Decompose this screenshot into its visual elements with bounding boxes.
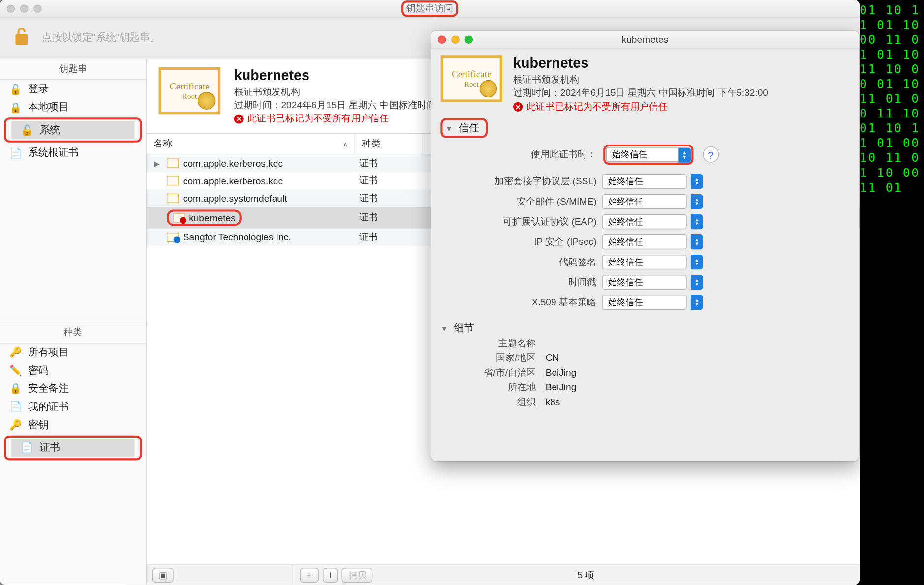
sidebar-category-item[interactable]: 📄证书 bbox=[11, 439, 134, 457]
trust-select-input[interactable] bbox=[602, 234, 686, 249]
row-kind: 证书 bbox=[355, 229, 423, 246]
column-name[interactable]: 名称∧ bbox=[147, 134, 355, 154]
maximize-icon[interactable] bbox=[33, 4, 41, 12]
keychain-icon: 🔓 bbox=[9, 83, 22, 95]
sort-asc-icon: ∧ bbox=[343, 140, 348, 147]
sidebar-item-label: 本地项目 bbox=[28, 101, 68, 114]
category-icon: ✏️ bbox=[9, 364, 22, 377]
select-arrows-icon: ▲▼ bbox=[691, 234, 703, 249]
keychain-icon: 🔒 bbox=[9, 101, 22, 114]
sidebar-item-label: 密钥 bbox=[28, 418, 48, 431]
row-kind: 证书 bbox=[355, 172, 423, 190]
sidebar-item-label: 系统根证书 bbox=[28, 146, 79, 159]
minimize-icon[interactable] bbox=[451, 35, 459, 43]
select-arrows-icon: ▲▼ bbox=[691, 295, 703, 310]
certificate-icon: CertificateRoot bbox=[440, 55, 502, 102]
category-icon: 🔑 bbox=[9, 346, 22, 358]
trust-row-select[interactable]: ▲▼ bbox=[602, 214, 703, 229]
trust-row-select[interactable]: ▲▼ bbox=[602, 194, 703, 209]
subject-heading: 主题名称 bbox=[443, 337, 536, 350]
detail-value: k8s bbox=[546, 397, 850, 409]
window-title-highlight: 钥匙串访问 bbox=[401, 0, 458, 17]
error-icon: ✕ bbox=[513, 102, 523, 112]
use-cert-select-highlight: ▲▼ bbox=[603, 145, 693, 165]
copy-button[interactable]: 拷贝 bbox=[342, 567, 373, 582]
trust-row-select[interactable]: ▲▼ bbox=[602, 295, 703, 310]
trust-select-input[interactable] bbox=[602, 174, 686, 189]
detail-traffic-lights[interactable] bbox=[438, 35, 473, 43]
info-button[interactable]: i bbox=[323, 567, 338, 582]
detail-value: CN bbox=[546, 352, 850, 364]
detail-key: 组织 bbox=[443, 397, 536, 409]
window-titlebar[interactable]: 钥匙串访问 bbox=[0, 0, 860, 18]
detail-cert-error: ✕此证书已标记为不受所有用户信任 bbox=[513, 101, 768, 113]
category-icon: 📄 bbox=[9, 401, 22, 413]
trust-row-label: 安全邮件 (S/MIME) bbox=[449, 196, 597, 208]
detail-cert-subtitle: 根证书颁发机构 bbox=[513, 74, 768, 86]
details-disclosure[interactable]: ▼ 细节 bbox=[440, 319, 849, 337]
select-arrows-icon: ▲▼ bbox=[691, 255, 703, 269]
sidebar-category-item[interactable]: 🔒安全备注 bbox=[0, 380, 146, 398]
sidebar-category-item[interactable]: 🔑密钥 bbox=[0, 415, 146, 434]
select-arrows-icon: ▲▼ bbox=[691, 194, 703, 209]
traffic-lights[interactable] bbox=[7, 4, 42, 12]
trust-select-input[interactable] bbox=[602, 275, 686, 290]
trust-row-select[interactable]: ▲▼ bbox=[602, 275, 703, 290]
certificate-detail-window: kubernetes CertificateRoot kubernetes 根证… bbox=[431, 31, 859, 461]
desktop-matrix-bg: 01 10 11 01 10 00 11 01 01 10 11 10 00 0… bbox=[857, 0, 924, 585]
sidebar-keychain-item[interactable]: 🔓登录 bbox=[0, 80, 146, 98]
sidebar-keychain-item[interactable]: 📄系统根证书 bbox=[0, 144, 146, 162]
row-name: kubernetes bbox=[189, 212, 236, 223]
use-cert-select[interactable]: ▲▼ bbox=[606, 148, 691, 159]
detail-key: 国家/地区 bbox=[443, 352, 536, 364]
trust-row-label: 代码签名 bbox=[449, 256, 597, 268]
trust-row-select[interactable]: ▲▼ bbox=[602, 255, 703, 269]
row-kind: 证书 bbox=[355, 154, 423, 172]
toggle-pane-button[interactable]: ▣ bbox=[152, 567, 174, 582]
lock-icon[interactable] bbox=[13, 26, 30, 50]
sidebar-item-label: 证书 bbox=[40, 441, 60, 454]
trust-row-label: IP 安全 (IPsec) bbox=[449, 236, 597, 248]
category-icon: 📄 bbox=[21, 441, 33, 454]
trust-select-input[interactable] bbox=[602, 214, 686, 229]
error-icon: ✕ bbox=[234, 114, 244, 123]
maximize-icon[interactable] bbox=[465, 35, 473, 43]
trust-row-select[interactable]: ▲▼ bbox=[602, 234, 703, 249]
cert-item-icon bbox=[173, 213, 185, 222]
details-section-label: 细节 bbox=[454, 322, 474, 335]
sidebar-category-item[interactable]: 📄我的证书 bbox=[0, 398, 146, 416]
window-title: 钥匙串访问 bbox=[7, 0, 853, 17]
sidebar-keychain-item[interactable]: 🔒本地项目 bbox=[0, 98, 146, 117]
sidebar-item-label: 我的证书 bbox=[28, 400, 68, 413]
trust-select-input[interactable] bbox=[602, 295, 686, 310]
sidebar-category-item[interactable]: ✏️密码 bbox=[0, 361, 146, 380]
select-arrows-icon: ▲▼ bbox=[691, 174, 703, 189]
trust-select-input[interactable] bbox=[602, 194, 686, 209]
close-icon[interactable] bbox=[7, 4, 15, 12]
sidebar-keychain-item[interactable]: 🔓系统 bbox=[11, 121, 134, 139]
trust-row-label: 可扩展认证协议 (EAP) bbox=[449, 216, 597, 228]
close-icon[interactable] bbox=[438, 35, 446, 43]
detail-titlebar[interactable]: kubernetes bbox=[431, 31, 859, 49]
expand-icon[interactable]: ▶ bbox=[154, 160, 162, 167]
use-cert-label: 使用此证书时： bbox=[449, 148, 597, 161]
sidebar-category-item[interactable]: 🔑所有项目 bbox=[0, 343, 146, 361]
sidebar-item-label: 安全备注 bbox=[28, 382, 68, 395]
minimize-icon[interactable] bbox=[20, 4, 28, 12]
help-button[interactable]: ? bbox=[703, 146, 719, 163]
chevron-down-icon: ▼ bbox=[440, 324, 448, 332]
detail-key: 省/市/自治区 bbox=[443, 367, 536, 379]
trust-section-label: 信任 bbox=[459, 121, 479, 134]
detail-key: 所在地 bbox=[443, 381, 536, 394]
column-kind[interactable]: 种类 bbox=[355, 134, 423, 154]
row-kind: 证书 bbox=[355, 209, 423, 227]
trust-select-input[interactable] bbox=[602, 255, 686, 269]
cert-item-icon bbox=[167, 176, 179, 185]
select-arrows-icon: ▲▼ bbox=[691, 214, 703, 229]
sidebar-item-label: 密码 bbox=[28, 364, 48, 377]
trust-disclosure[interactable]: ▼ 信任 bbox=[440, 118, 488, 138]
add-button[interactable]: + bbox=[300, 567, 319, 582]
trust-row-select[interactable]: ▲▼ bbox=[602, 174, 703, 189]
trust-select-input[interactable] bbox=[606, 147, 691, 162]
trust-row-label: 加密套接字协议层 (SSL) bbox=[449, 176, 597, 188]
